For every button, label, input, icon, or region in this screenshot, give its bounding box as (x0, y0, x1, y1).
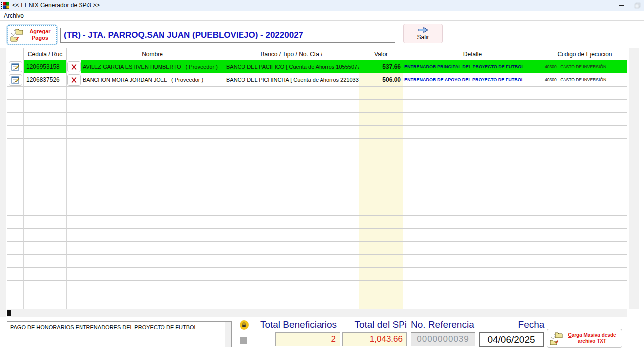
col-header-delete (67, 48, 81, 60)
table-row-empty[interactable] (7, 268, 627, 281)
exit-label: Salir (417, 34, 429, 41)
fecha-field[interactable]: 04/06/2025 (479, 332, 544, 347)
delete-row-button[interactable] (67, 61, 80, 72)
banco-cell: BANCO DEL PICHINCHA [ Cuenta de Ahorros … (224, 73, 359, 87)
col-header-detalle: Detalle (403, 48, 542, 60)
nombre-cell: AVILEZ GARCIA ESTIVEN HUMBERTO ( Proveed… (81, 60, 224, 73)
folder-add-icon (10, 28, 24, 42)
total-spi-label: Total del SPi (342, 319, 407, 331)
table-row-empty[interactable] (7, 164, 627, 177)
col-header-cedula: Cédula / Ruc (24, 48, 67, 60)
valor-cell: 537.66 (359, 60, 403, 73)
title-bar: << FENIX Generador de SPi3 >> (0, 0, 644, 11)
menu-bar: Archivo (0, 11, 644, 21)
col-header-valor: Valor (359, 48, 403, 60)
footer-panel: Total Beneficiarios 2 Total del SPi 1,04… (0, 317, 644, 354)
grid-horizontal-scrollbar[interactable] (7, 309, 627, 317)
total-spi-field: 1,043.66 (342, 332, 407, 346)
minimize-button[interactable] (612, 0, 630, 11)
table-row-empty[interactable] (7, 190, 627, 203)
app-window: << FENIX Generador de SPi3 >> Archivo (0, 0, 644, 354)
table-row-empty[interactable] (7, 113, 627, 126)
add-payments-label: Agregar Pagos (26, 28, 54, 41)
table-row[interactable]: 1206837526 BANCHON MORA JORDAN JOEL ( Pr… (7, 73, 627, 87)
edit-form-icon (11, 63, 20, 71)
table-row-empty[interactable] (7, 255, 627, 268)
table-row[interactable]: 1206953158 AVILEZ GARCIA ESTIVEN HUMBERT… (7, 60, 627, 73)
edit-row-button[interactable] (9, 74, 22, 86)
detalle-cell: ENTRENADOR DE APOYO DEL PROYECTO DE FUTB… (403, 73, 542, 87)
banco-cell: BANCO DEL PACIFICO [ Cuenta de Ahorros 1… (224, 60, 359, 73)
exit-button[interactable]: Salir (403, 24, 443, 43)
table-row-empty[interactable] (7, 100, 627, 113)
delete-x-icon (71, 77, 77, 83)
restore-button[interactable] (630, 0, 644, 11)
edit-form-icon (11, 76, 20, 84)
no-referencia-label: No. Referencia (411, 319, 476, 331)
exit-arrow-icon (418, 27, 429, 33)
table-row-empty[interactable] (7, 151, 627, 164)
nombre-cell: BANCHON MORA JORDAN JOEL ( Proveedor ) (81, 73, 224, 87)
entity-title-input[interactable] (60, 28, 395, 43)
col-header-codigo: Codigo de Ejecucion (542, 48, 627, 60)
lock-icon (240, 320, 249, 330)
payment-description-textarea[interactable] (7, 321, 232, 347)
menu-item-archivo[interactable]: Archivo (0, 12, 28, 19)
edit-row-button[interactable] (9, 61, 22, 72)
table-row-empty[interactable] (7, 242, 627, 255)
table-row-empty[interactable] (7, 293, 627, 306)
total-beneficiarios-field: 2 (275, 332, 340, 346)
detalle-cell: ENTRENADOR PRINCIPAL DEL PROYECTO DE FUT… (403, 60, 542, 73)
col-header-nombre: Nombre (81, 48, 224, 60)
folder-load-icon (549, 332, 563, 345)
app-windows-logo-icon (1, 2, 9, 9)
table-row-empty[interactable] (7, 203, 627, 216)
codigo-cell: 40300 - GASTO DE INVERSIÓN (542, 60, 627, 73)
table-row-empty[interactable] (7, 139, 627, 151)
no-referencia-field: 0000000039 (411, 332, 475, 346)
col-header-rowicon (7, 48, 24, 60)
grid-vertical-scrollbar[interactable] (629, 48, 639, 309)
carga-masiva-button[interactable]: Carga Masiva desde archivo TXT (547, 329, 622, 348)
add-payments-button[interactable]: Agregar Pagos (7, 25, 57, 45)
horizontal-scrollbar-thumb[interactable] (7, 310, 11, 316)
table-row-empty[interactable] (7, 216, 627, 229)
table-row-empty[interactable] (7, 281, 627, 293)
restore-icon (634, 2, 641, 9)
delete-row-button[interactable] (67, 74, 80, 86)
cedula-cell: 1206837526 (24, 73, 67, 87)
table-row-empty[interactable] (7, 229, 627, 242)
payments-grid: Cédula / Ruc Nombre Banco / Tipo / No. C… (7, 48, 627, 309)
toolbar: Agregar Pagos Salir (0, 21, 644, 48)
grid-header: Cédula / Ruc Nombre Banco / Tipo / No. C… (7, 48, 627, 60)
valor-cell: 506.00 (359, 73, 403, 87)
table-row-empty[interactable] (7, 87, 627, 100)
delete-x-icon (71, 64, 77, 70)
status-square (240, 337, 247, 344)
window-title: << FENIX Generador de SPi3 >> (12, 2, 100, 9)
carga-masiva-label: Carga Masiva desde archivo TXT (564, 332, 620, 344)
total-beneficiarios-label: Total Beneficiarios (256, 319, 341, 331)
table-row-empty[interactable] (7, 126, 627, 139)
description-scrollbar[interactable] (225, 322, 231, 347)
cedula-cell: 1206953158 (24, 60, 67, 73)
col-header-banco: Banco / Tipo / No. Cta / (224, 48, 359, 60)
codigo-cell: 40300 - GASTO DE INVERSIÓN (542, 73, 627, 87)
content-left-margin (0, 48, 6, 317)
grid-body: 1206953158 AVILEZ GARCIA ESTIVEN HUMBERT… (7, 60, 627, 309)
table-row-empty[interactable] (7, 177, 627, 190)
